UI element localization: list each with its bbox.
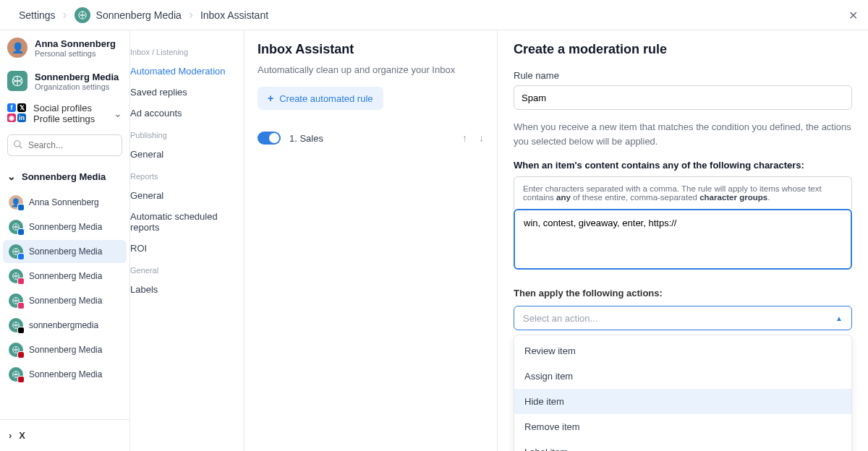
helper-text: When you receive a new item that matches… xyxy=(514,120,852,148)
profile-name: Sonnenberg Media xyxy=(29,296,102,306)
pin-badge-icon xyxy=(17,351,25,358)
ig-badge-icon xyxy=(17,302,25,309)
profile-avatar xyxy=(9,318,23,332)
profile-avatar xyxy=(9,367,23,382)
instagram-icon: ◉ xyxy=(7,113,16,122)
profile-name: Sonnenberg Media xyxy=(29,246,102,257)
tt-badge-icon xyxy=(17,327,25,334)
inbox-assistant-panel: Inbox Assistant Automatically clean up a… xyxy=(244,30,498,451)
menu-item[interactable]: General xyxy=(130,144,244,165)
breadcrumb-org-label: Sonnenberg Media xyxy=(96,9,182,21)
menu-item[interactable]: Saved replies xyxy=(130,82,244,103)
rule-row: 1. Sales ↑ ↓ xyxy=(258,132,484,145)
x-icon: 𝕏 xyxy=(17,103,26,112)
bottom-x-label: X xyxy=(19,430,25,441)
dropdown-menu: Review itemAssign itemHide itemRemove it… xyxy=(514,335,852,451)
menu-item[interactable]: Automated Moderation xyxy=(130,61,244,82)
move-down-icon[interactable]: ↓ xyxy=(479,132,484,144)
create-rule-label: Create automated rule xyxy=(279,93,373,104)
action-title: Then apply the following actions: xyxy=(514,288,852,298)
menu-heading-general: General xyxy=(130,259,244,279)
profile-list: 👤Anna SonnenbergSonnenberg MediaSonnenbe… xyxy=(0,189,129,387)
profile-item[interactable]: Sonnenberg Media xyxy=(3,240,127,263)
profile-name: Sonnenberg Media xyxy=(29,222,102,232)
profile-item[interactable]: sonnenbergmedia xyxy=(3,314,127,337)
rule-toggle[interactable] xyxy=(258,132,281,145)
menu-item[interactable]: Ad accounts xyxy=(130,103,244,124)
bottom-x-row[interactable]: › X xyxy=(0,419,129,451)
dropdown-placeholder: Select an action... xyxy=(523,313,597,324)
tree-header-label: Sonnenberg Media xyxy=(22,171,106,182)
menu-item[interactable]: ROI xyxy=(130,238,244,259)
account-name: Anna Sonnenberg xyxy=(35,38,116,49)
org-logo-icon xyxy=(75,7,90,23)
account-social-profiles[interactable]: f 𝕏 ◉ in Social profiles Profile setting… xyxy=(0,97,129,130)
search-input[interactable] xyxy=(7,134,122,156)
breadcrumb: Settings › Sonnenberg Media › Inbox Assi… xyxy=(9,0,278,30)
breadcrumb-page: Inbox Assistant xyxy=(190,0,278,30)
rule-name-input[interactable] xyxy=(514,85,852,110)
profile-avatar xyxy=(9,220,23,234)
profile-item[interactable]: Sonnenberg Media xyxy=(3,289,127,312)
account-sub: Profile settings xyxy=(33,113,95,124)
chevron-down-icon: ⌄ xyxy=(7,171,16,182)
sidebar-accounts: 👤 Anna Sonnenberg Personal settings Sonn… xyxy=(0,30,130,451)
profile-name: Sonnenberg Media xyxy=(29,271,102,281)
dropdown-option[interactable]: Hide item xyxy=(514,389,851,414)
rule-name-label: Rule name xyxy=(514,70,852,81)
account-org[interactable]: Sonnenberg Media Organization settings xyxy=(0,64,129,97)
menu-item[interactable]: General xyxy=(130,185,244,206)
profile-item[interactable]: Sonnenberg Media xyxy=(3,338,127,361)
close-icon[interactable]: ✕ xyxy=(848,9,858,22)
breadcrumb-org[interactable]: Sonnenberg Media xyxy=(64,0,192,30)
chevron-down-icon[interactable]: ⌄ xyxy=(114,108,122,119)
search-box xyxy=(7,134,122,156)
profile-item[interactable]: Sonnenberg Media xyxy=(3,265,127,288)
in-badge-icon xyxy=(17,228,25,236)
dropdown-option[interactable]: Review item xyxy=(514,338,851,364)
plus-icon: + xyxy=(268,93,273,104)
account-personal[interactable]: 👤 Anna Sonnenberg Personal settings xyxy=(0,30,129,64)
chevron-right-icon: › xyxy=(9,430,12,441)
rule-label[interactable]: 1. Sales xyxy=(289,133,323,144)
pin-badge-icon xyxy=(17,376,25,383)
profile-name: Sonnenberg Media xyxy=(29,345,102,355)
account-name: Social profiles xyxy=(33,103,95,113)
in-badge-icon xyxy=(17,204,25,211)
menu-heading-reports: Reports xyxy=(130,165,244,185)
menu-item[interactable]: Automatic scheduled reports xyxy=(130,206,244,238)
fb-badge-icon xyxy=(17,253,25,260)
menu-item[interactable]: Labels xyxy=(130,279,244,300)
account-name: Sonnenberg Media xyxy=(35,72,119,82)
org-avatar-icon xyxy=(7,71,27,91)
create-rule-button[interactable]: + Create automated rule xyxy=(258,87,383,110)
dropdown-option[interactable]: Assign item xyxy=(514,364,851,389)
breadcrumb-settings[interactable]: Settings xyxy=(9,0,66,30)
profile-item[interactable]: Sonnenberg Media xyxy=(3,215,127,239)
profile-item[interactable]: Sonnenberg Media xyxy=(3,363,127,386)
condition-title: When an item's content contains any of t… xyxy=(514,160,852,171)
account-sub: Organization settings xyxy=(35,82,119,91)
social-icons-stack: f 𝕏 ◉ in xyxy=(7,103,27,124)
characters-input[interactable] xyxy=(514,209,852,270)
action-dropdown[interactable]: Select an action... ▲ xyxy=(514,306,852,330)
panel-title: Create a moderation rule xyxy=(514,42,852,57)
dropdown-option[interactable]: Label item xyxy=(514,439,851,451)
caret-up-icon: ▲ xyxy=(835,314,843,322)
profile-avatar xyxy=(9,343,23,357)
profile-item[interactable]: 👤Anna Sonnenberg xyxy=(3,191,127,214)
page-subtitle: Automatically clean up and organize your… xyxy=(258,64,484,75)
svg-point-2 xyxy=(14,141,20,147)
menu-heading-publishing: Publishing xyxy=(130,124,244,144)
tree-header[interactable]: ⌄ Sonnenberg Media xyxy=(0,160,129,189)
linkedin-icon: in xyxy=(17,113,26,122)
search-icon xyxy=(13,139,23,152)
profile-avatar: 👤 xyxy=(9,195,23,210)
profile-name: Sonnenberg Media xyxy=(29,369,102,379)
menu-heading-inbox: Inbox / Listening xyxy=(130,40,244,61)
profile-avatar xyxy=(9,269,23,283)
account-sub: Personal settings xyxy=(35,49,116,58)
dropdown-option[interactable]: Remove item xyxy=(514,414,851,439)
profile-name: Anna Sonnenberg xyxy=(29,197,99,207)
move-up-icon[interactable]: ↑ xyxy=(462,132,467,144)
